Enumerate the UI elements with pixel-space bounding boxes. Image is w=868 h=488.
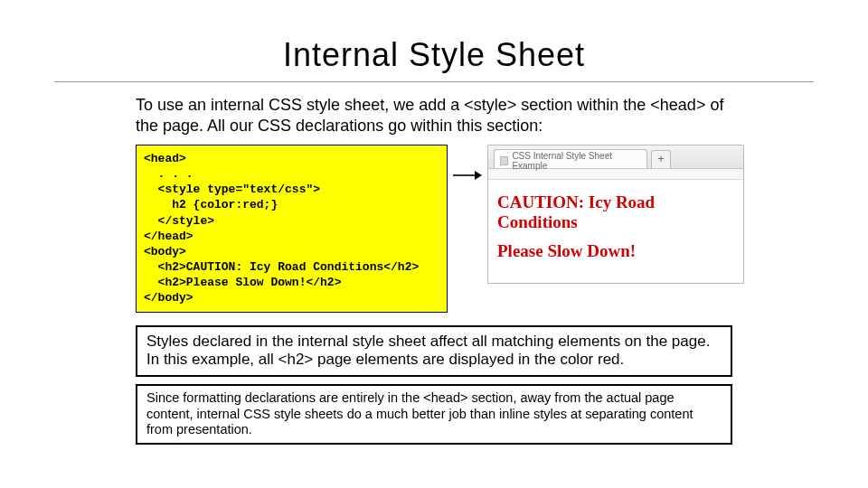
code-line: <style type="text/css"> <box>144 183 320 196</box>
main-row: <head> . . . <style type="text/css"> h2 … <box>54 145 814 313</box>
note-box-secondary: Since formatting declarations are entire… <box>136 384 732 445</box>
browser-tab-title: CSS Internal Style Sheet Example <box>512 151 639 171</box>
browser-tab[interactable]: CSS Internal Style Sheet Example <box>494 149 647 168</box>
code-line: <h2>CAUTION: Icy Road Conditions</h2> <box>144 260 419 274</box>
code-line: h2 {color:red;} <box>144 198 278 211</box>
arrow-right-icon <box>453 168 482 183</box>
code-line: </head> <box>144 230 193 243</box>
code-line: <body> <box>144 245 186 258</box>
code-line: </body> <box>144 291 193 305</box>
browser-window: CSS Internal Style Sheet Example + CAUTI… <box>487 145 744 284</box>
code-line: <h2>Please Slow Down!</h2> <box>144 276 341 289</box>
code-line: <head> <box>144 152 186 165</box>
new-tab-button[interactable]: + <box>651 150 671 168</box>
favicon-icon <box>500 156 508 165</box>
svg-marker-1 <box>475 171 482 180</box>
browser-column: CSS Internal Style Sheet Example + CAUTI… <box>487 145 744 284</box>
code-line: . . . <box>144 167 193 181</box>
rendered-h2: CAUTION: Icy Road Conditions <box>497 192 734 232</box>
title-rule <box>54 81 814 82</box>
browser-viewport: CAUTION: Icy Road Conditions Please Slow… <box>488 180 743 283</box>
code-line: </style> <box>144 214 214 228</box>
browser-toolbar <box>488 169 743 180</box>
code-box: <head> . . . <style type="text/css"> h2 … <box>136 145 448 313</box>
slide: Internal Style Sheet To use an internal … <box>0 0 868 463</box>
arrow-column <box>453 145 482 183</box>
page-title: Internal Style Sheet <box>54 36 814 74</box>
note-box: Styles declared in the internal style sh… <box>136 325 732 377</box>
browser-tabbar: CSS Internal Style Sheet Example + <box>488 145 743 169</box>
intro-paragraph: To use an internal CSS style sheet, we a… <box>54 95 814 145</box>
rendered-h2: Please Slow Down! <box>497 241 734 261</box>
